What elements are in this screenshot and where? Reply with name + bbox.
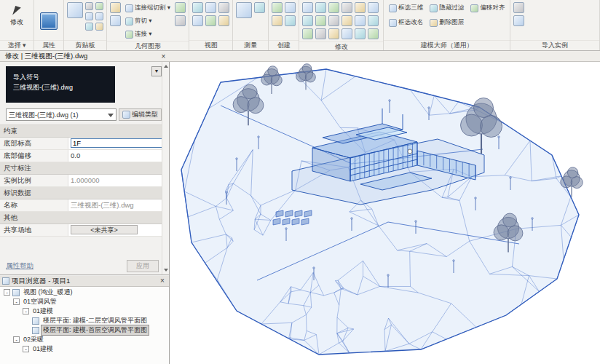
copy-icon[interactable]	[85, 12, 93, 20]
modify-tool-button[interactable]: 修改	[3, 2, 31, 30]
join-geometry-icon[interactable]	[342, 28, 352, 39]
tree-item[interactable]: 楼层平面: 建模-二层空调风管平面图	[0, 316, 169, 325]
delete-icon[interactable]	[315, 28, 326, 39]
create-parts-icon[interactable]	[272, 15, 283, 26]
panel-create: 创建	[269, 0, 299, 50]
cut-geometry-button[interactable]: 剪切 ▾	[123, 15, 173, 27]
scroll-down-icon[interactable]	[164, 269, 168, 272]
panel-label-properties[interactable]: 属性	[34, 40, 63, 50]
paste-aligned-icon[interactable]	[95, 23, 103, 31]
type-selector[interactable]: 三维视图-(三维).dwg (1)	[6, 108, 117, 121]
tree-item[interactable]: -02采暖	[0, 335, 169, 344]
tree-item[interactable]: -01建模	[0, 344, 169, 354]
clipboard-copy-icon[interactable]	[95, 12, 103, 20]
measure-icon[interactable]	[236, 2, 252, 18]
thin-lines-icon[interactable]	[192, 15, 203, 26]
unpin-icon[interactable]	[302, 28, 313, 39]
pin-icon[interactable]	[368, 15, 379, 26]
panel-import-instance: 导入实例	[510, 0, 600, 50]
box-select-3d-button[interactable]: 框选三维	[387, 2, 425, 14]
tree-item[interactable]: -01空调风管	[0, 297, 169, 306]
section-box-icon[interactable]	[218, 15, 229, 26]
offset-icon[interactable]	[315, 2, 326, 13]
expander-icon[interactable]: -	[13, 336, 20, 343]
prop-value-input[interactable]	[71, 138, 164, 148]
match-type-icon[interactable]	[85, 23, 93, 31]
query-icon[interactable]	[513, 15, 524, 26]
explode-icon[interactable]	[513, 2, 524, 13]
isolate-icon[interactable]	[205, 2, 216, 13]
project-browser-icon	[2, 277, 9, 285]
offset-align-button[interactable]: 偏移对齐	[468, 2, 507, 14]
join-end-cut-button[interactable]: 连接端切割 ▾	[123, 2, 173, 14]
paint-icon[interactable]	[110, 2, 121, 13]
offset-align-icon	[470, 4, 478, 12]
panel-label-master[interactable]: 建模大师（通用）	[384, 40, 510, 50]
graphics-override-icon[interactable]	[205, 15, 216, 26]
modify-arrow-icon	[12, 6, 21, 17]
create-group-icon[interactable]	[272, 2, 283, 13]
array-icon[interactable]	[342, 15, 352, 26]
demolish-icon[interactable]	[368, 28, 379, 39]
box-rename-button[interactable]: 框选改名	[387, 17, 425, 28]
panel-label-import-instance[interactable]: 导入实例	[510, 40, 599, 50]
apply-button[interactable]: 应用	[127, 260, 159, 272]
scroll-up-icon[interactable]	[164, 65, 168, 68]
close-icon[interactable]: ×	[159, 52, 168, 61]
panel-label-clipboard[interactable]: 剪贴板	[64, 40, 106, 50]
panel-label-measure[interactable]: 测量	[233, 40, 268, 50]
expander-icon[interactable]: -	[23, 308, 29, 314]
mirror-axis-icon[interactable]	[328, 2, 339, 13]
panel-label-create[interactable]: 创建	[269, 40, 299, 50]
properties-toggle-button[interactable]	[37, 9, 60, 33]
dimension-icon[interactable]	[254, 2, 265, 13]
scale-icon[interactable]	[355, 15, 366, 26]
expander-icon[interactable]: -	[4, 289, 10, 296]
create-similar-icon[interactable]	[285, 15, 296, 26]
paste-icon[interactable]	[67, 2, 83, 18]
properties-scrollbar[interactable]	[162, 62, 169, 274]
type-preview[interactable]: 导入符号 三维视图-(三维).dwg	[6, 66, 115, 103]
panel-label-view[interactable]: 视图	[189, 40, 232, 50]
tree-item[interactable]: -视图 (鸿业_暖通)	[0, 288, 169, 297]
create-assembly-icon[interactable]	[285, 2, 296, 13]
hide-filter-button[interactable]: 隐藏过滤	[427, 2, 466, 14]
edit-type-button[interactable]: 编辑类型	[119, 108, 162, 121]
match-type-icon[interactable]	[328, 28, 339, 39]
drawing-area[interactable]	[170, 62, 600, 364]
panel-label-modify[interactable]: 修改	[299, 41, 383, 52]
element-selector-dropdown[interactable]: ▼	[151, 66, 162, 76]
tree-item[interactable]: 楼层平面: 建模-首层空调风管平面图	[0, 325, 169, 335]
trim-extend-icon[interactable]	[315, 15, 326, 26]
cut-icon[interactable]	[85, 2, 93, 10]
cut-geometry-icon	[125, 17, 133, 25]
expander-icon[interactable]: -	[13, 298, 20, 305]
panel-label-select[interactable]: 选择 ▾	[0, 40, 33, 50]
split-element-icon[interactable]	[328, 15, 339, 26]
project-browser-titlebar[interactable]: 项目浏览器 - 项目1 ×	[0, 276, 169, 287]
project-browser-close-icon[interactable]: ×	[158, 277, 167, 285]
cope-icon[interactable]	[110, 15, 121, 26]
prop-label: 实例比例	[0, 175, 68, 186]
beam-join-icon[interactable]	[175, 2, 186, 13]
expander-icon[interactable]: -	[23, 346, 29, 352]
reveal-hidden-icon[interactable]	[218, 2, 229, 13]
panel-label-geometry[interactable]: 几何图形	[107, 41, 189, 51]
hide-elements-icon[interactable]	[192, 2, 203, 13]
shared-site-button[interactable]: <未共享>	[71, 225, 138, 234]
copy-icon[interactable]	[368, 2, 379, 13]
properties-help-link[interactable]: 属性帮助	[6, 261, 33, 271]
filter-icon[interactable]	[95, 2, 103, 10]
rotate-icon[interactable]	[302, 15, 313, 26]
delete-layer-button[interactable]: 删除图层	[427, 17, 466, 28]
tree-item[interactable]: -01建模	[0, 306, 169, 316]
wall-opening-icon[interactable]	[355, 28, 366, 39]
unjoin-icon[interactable]	[175, 15, 186, 26]
prop-value[interactable]: 0.0	[68, 150, 169, 162]
join-button[interactable]: 连接 ▾	[123, 28, 173, 40]
views-icon	[12, 289, 20, 296]
move-icon[interactable]	[355, 2, 366, 13]
edit-type-icon	[122, 111, 130, 119]
align-icon[interactable]	[302, 2, 313, 13]
mirror-pick-icon[interactable]	[342, 2, 352, 13]
